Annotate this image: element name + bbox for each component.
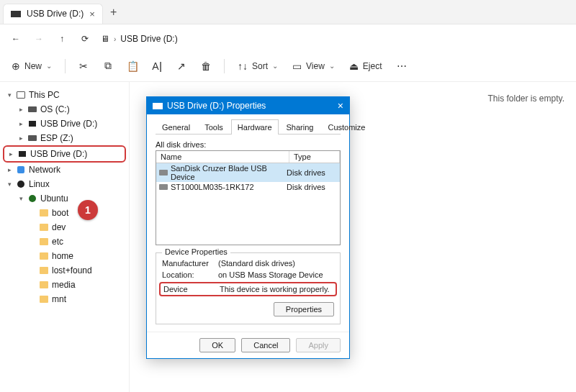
apply-button[interactable]: Apply [296,338,341,352]
drive-type: Disk drives [287,168,337,177]
tree-item-esp-z[interactable]: ▸ESP (Z:) [3,131,126,145]
tree-label: home [52,251,73,261]
new-tab-button[interactable]: + [103,6,124,19]
chevron-right-icon: › [114,35,116,43]
disk-icon [159,170,168,176]
refresh-button[interactable]: ⟳ [75,29,95,49]
tab-title: USB Drive (D:) [27,9,84,19]
dialog-tabs: General Tools Hardware Sharing Customize [156,119,341,135]
drive-name: ST1000LM035-1RK172 [171,183,284,191]
chevron-down-icon: ⌄ [272,62,278,70]
location-key: Location: [162,270,212,279]
pc-icon [16,90,26,100]
sort-button[interactable]: ↑↓ Sort ⌄ [232,58,284,75]
folder-icon [39,251,49,261]
col-name[interactable]: Name [156,151,289,163]
dialog-titlebar[interactable]: USB Drive (D:) Properties × [147,97,349,114]
new-button[interactable]: ⊕ New ⌄ [6,58,58,75]
tree-label: media [52,280,76,290]
location-value: on USB Mass Storage Device [218,270,334,279]
share-button[interactable]: ↗ [171,58,192,75]
tree-item-usb-d-highlighted[interactable]: ▸USB Drive (D:) [3,145,126,163]
folder-icon [39,294,49,304]
tree-label: ESP (Z:) [40,133,73,143]
forward-button[interactable]: → [29,29,49,49]
folder-icon [39,222,49,232]
manufacturer-key: Manufacturer [162,259,212,268]
tree-item-linux[interactable]: ▾Linux [3,177,126,191]
disk-icon [159,184,168,190]
folder-icon [39,208,49,218]
view-button[interactable]: ▭ View ⌄ [287,58,341,75]
usb-drive-icon [27,119,37,129]
copy-icon: ⧉ [104,60,112,72]
chevron-down-icon: ⌄ [329,62,335,70]
view-label: View [306,61,325,71]
caret-right-icon: ▸ [7,150,14,158]
tree-label: This PC [29,90,60,100]
folder-icon [39,265,49,275]
tree-item-lostfound[interactable]: lost+found [3,263,126,278]
tree-label: Ubuntu [40,193,68,204]
breadcrumb[interactable]: 🖥 › USB Drive (D:) [101,34,178,44]
tab-customize[interactable]: Customize [321,119,372,135]
properties-button[interactable]: Properties [274,302,334,316]
close-icon[interactable]: × [338,100,343,111]
device-value: This device is working properly. [220,285,333,293]
eject-icon: ⏏ [349,60,359,72]
cut-button[interactable]: ✂ [73,58,94,75]
ok-button[interactable]: OK [199,338,235,352]
caret-down-icon: ▾ [17,195,24,202]
kv-location: Location: on USB Mass Storage Device [162,269,334,281]
drive-row-selected[interactable]: SanDisk Cruzer Blade USB Device Disk dri… [156,163,340,182]
col-type[interactable]: Type [289,151,340,163]
drive-type: Disk drives [287,183,337,191]
new-label: New [24,61,42,71]
cancel-button[interactable]: Cancel [241,338,290,352]
monitor-icon: 🖥 [101,34,109,44]
caret-down-icon: ▾ [6,91,13,99]
linux-icon [16,179,26,189]
more-button[interactable]: ⋯ [391,58,413,75]
tab-tools[interactable]: Tools [198,119,230,135]
up-button[interactable]: ↑ [52,29,72,49]
usb-drive-icon [153,103,163,109]
tree-item-dev[interactable]: dev [3,220,126,234]
tree-item-usb-d[interactable]: ▸USB Drive (D:) [3,117,126,131]
breadcrumb-current: USB Drive (D:) [120,34,177,44]
tree-item-network[interactable]: ▸Network [3,163,126,177]
drive-row[interactable]: ST1000LM035-1RK172 Disk drives [156,182,340,192]
tree-item-home[interactable]: home [3,249,126,263]
rename-icon: Aǀ [152,60,161,72]
folder-icon [39,280,49,290]
caret-right-icon: ▸ [17,106,24,113]
tree-label: Network [29,165,60,175]
drive-list-header[interactable]: Name Type [156,151,340,163]
drive-list[interactable]: Name Type SanDisk Cruzer Blade USB Devic… [156,150,341,245]
window-tab[interactable]: USB Drive (D:) × [3,4,103,24]
caret-right-icon: ▸ [6,166,13,173]
separator [65,59,66,73]
usb-drive-icon [17,149,27,159]
rename-button[interactable]: Aǀ [146,58,168,75]
tree-item-this-pc[interactable]: ▾This PC [3,88,126,102]
tree-item-boot[interactable]: boot [3,206,126,220]
close-tab-icon[interactable]: × [89,9,95,19]
dialog-title: USB Drive (D:) Properties [167,101,266,111]
paste-button[interactable]: 📋 [122,58,143,75]
tab-sharing[interactable]: Sharing [280,119,320,135]
tree-item-os-c[interactable]: ▸OS (C:) [3,102,126,117]
tree-item-ubuntu[interactable]: ▾Ubuntu [3,191,126,206]
back-button[interactable]: ← [6,29,26,49]
delete-button[interactable]: 🗑 [195,58,217,75]
eject-button[interactable]: ⏏ Eject [343,58,388,75]
more-icon: ⋯ [397,60,407,72]
tree-item-mnt[interactable]: mnt [3,292,126,306]
copy-button[interactable]: ⧉ [97,57,119,75]
tab-general[interactable]: General [156,119,197,135]
all-drives-label: All disk drives: [156,140,341,149]
tree-item-media[interactable]: media [3,278,126,292]
tree-label: Linux [29,179,50,189]
tab-hardware[interactable]: Hardware [231,119,279,135]
tree-item-etc[interactable]: etc [3,234,126,249]
